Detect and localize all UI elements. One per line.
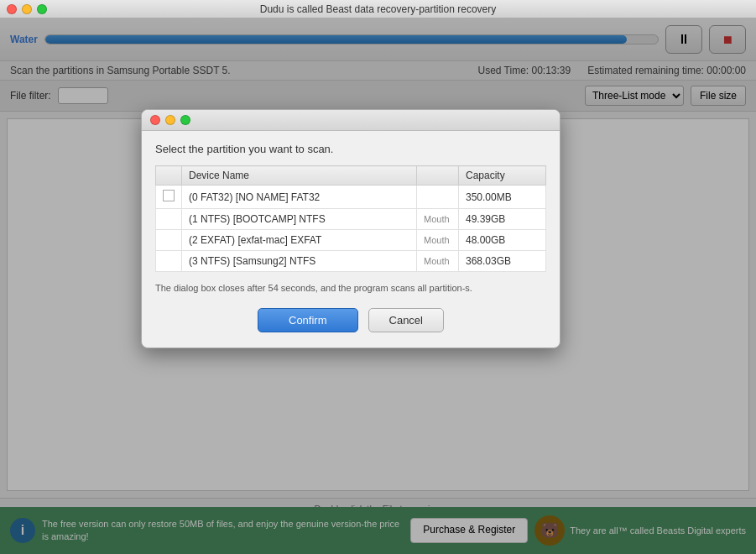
- table-header-device: Device Name: [182, 166, 417, 186]
- row-checkbox[interactable]: [163, 190, 175, 201]
- row-mount: [417, 186, 459, 209]
- titlebar-controls: [7, 4, 47, 14]
- table-row: (0 FAT32) [NO NAME] FAT32 350.00MB: [156, 186, 546, 209]
- modal-titlebar: [142, 110, 560, 131]
- modal-instruction: Select the partition you want to scan.: [155, 143, 546, 155]
- row-device-name: (1 NTFS) [BOOTCAMP] NTFS: [182, 209, 417, 230]
- window-title: Dudu is called Beast data recovery-parti…: [260, 3, 496, 15]
- table-header-check: [156, 166, 182, 186]
- row-mount: Mouth: [417, 251, 459, 272]
- row-mount: Mouth: [417, 230, 459, 251]
- cancel-button[interactable]: Cancel: [368, 308, 444, 332]
- row-checkbox-cell[interactable]: [156, 209, 182, 230]
- table-header-mount: [417, 166, 459, 186]
- row-capacity: 49.39GB: [459, 209, 546, 230]
- table-row: (1 NTFS) [BOOTCAMP] NTFS Mouth 49.39GB: [156, 209, 546, 230]
- close-button[interactable]: [7, 4, 17, 14]
- row-checkbox-cell[interactable]: [156, 230, 182, 251]
- table-row: (3 NTFS) [Samsung2] NTFS Mouth 368.03GB: [156, 251, 546, 272]
- partition-table: Device Name Capacity (0 FAT32) [NO NAME]…: [155, 165, 546, 272]
- titlebar: Dudu is called Beast data recovery-parti…: [0, 0, 756, 18]
- modal-close-button[interactable]: [150, 115, 160, 125]
- row-device-name: (0 FAT32) [NO NAME] FAT32: [182, 186, 417, 209]
- confirm-button[interactable]: Confirm: [258, 308, 358, 332]
- row-checkbox-cell[interactable]: [156, 186, 182, 209]
- row-device-name: (2 EXFAT) [exfat-mac] EXFAT: [182, 230, 417, 251]
- row-capacity: 48.00GB: [459, 230, 546, 251]
- modal-maximize-button[interactable]: [180, 115, 190, 125]
- row-capacity: 350.00MB: [459, 186, 546, 209]
- row-capacity: 368.03GB: [459, 251, 546, 272]
- row-checkbox-cell[interactable]: [156, 251, 182, 272]
- maximize-button[interactable]: [37, 4, 47, 14]
- modal-buttons: Confirm Cancel: [155, 308, 546, 336]
- minimize-button[interactable]: [22, 4, 32, 14]
- table-row: (2 EXFAT) [exfat-mac] EXFAT Mouth 48.00G…: [156, 230, 546, 251]
- table-header-capacity: Capacity: [459, 166, 546, 186]
- app-area: Water ⏸ ⏹ Scan the partitions in Samsung…: [0, 18, 756, 554]
- row-mount: Mouth: [417, 209, 459, 230]
- partition-select-modal: Select the partition you want to scan. D…: [141, 109, 560, 348]
- row-device-name: (3 NTFS) [Samsung2] NTFS: [182, 251, 417, 272]
- modal-content: Select the partition you want to scan. D…: [142, 131, 560, 348]
- modal-timer-text: The dialog box closes after 54 seconds, …: [155, 282, 546, 295]
- modal-minimize-button[interactable]: [165, 115, 175, 125]
- modal-overlay: Select the partition you want to scan. D…: [0, 18, 756, 554]
